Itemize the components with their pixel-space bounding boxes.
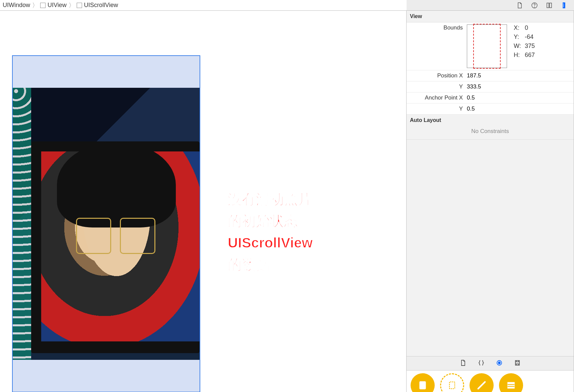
bounds-h-value: 667: [525, 52, 535, 58]
help-icon[interactable]: [531, 2, 538, 9]
file-tab-icon[interactable]: [460, 360, 467, 367]
position-y-value: 333.5: [467, 83, 570, 90]
view-icon: [77, 3, 82, 8]
breadcrumb-item-uiview[interactable]: UIView: [40, 2, 67, 9]
bounds-h-label: H:: [514, 52, 523, 59]
inspector-panel: View Bounds X: 0 Y: -64 W: 375 H: 667 Po…: [407, 11, 574, 392]
braces-tab-icon[interactable]: [478, 360, 485, 367]
position-x-label: Position X: [410, 72, 467, 79]
svg-rect-18: [449, 382, 455, 389]
svg-rect-10: [515, 361, 519, 365]
circle-button-4[interactable]: [499, 373, 523, 392]
svg-rect-19: [508, 382, 514, 388]
film-tab-icon[interactable]: [514, 360, 521, 367]
split-icon[interactable]: [546, 2, 553, 9]
breadcrumb-item-uiscrollview[interactable]: UIScrollView: [77, 2, 118, 9]
circle-button-3[interactable]: [470, 373, 494, 392]
svg-point-9: [498, 362, 500, 364]
annotation-text: 没有滑动照片的初始状态UIScrollView的数据: [228, 188, 318, 275]
circle-button-1[interactable]: [411, 373, 435, 392]
svg-point-1: [534, 7, 535, 7]
anchor-y-value: 0.5: [467, 106, 570, 112]
uiscrollview-frame[interactable]: [12, 55, 200, 392]
bounds-x-value: 0: [525, 24, 528, 31]
position-x-value: 187.5: [467, 72, 570, 79]
svg-rect-17: [420, 382, 426, 389]
canvas-area[interactable]: 没有滑动照片的初始状态UIScrollView的数据: [0, 11, 407, 392]
bounds-label: Bounds: [410, 24, 467, 31]
circle-toolbar: [407, 370, 574, 392]
anchor-x-value: 0.5: [467, 94, 570, 101]
view-icon: [40, 3, 46, 8]
chevron-right-icon: 〉: [32, 1, 38, 9]
ruler-icon[interactable]: [561, 2, 567, 9]
svg-rect-3: [550, 3, 552, 8]
no-constraints-text: No Constraints: [407, 126, 574, 140]
circle-button-2[interactable]: [440, 373, 464, 392]
auto-layout-header: Auto Layout: [407, 115, 574, 126]
inspector-top-toolbar: [407, 0, 574, 11]
bounds-x-label: X:: [514, 24, 523, 31]
file-icon[interactable]: [516, 2, 523, 9]
target-tab-icon[interactable]: [496, 360, 503, 367]
bounds-y-value: -64: [525, 34, 533, 40]
bounds-y-label: Y:: [514, 34, 523, 41]
breadcrumb: UIWindow 〉 UIView 〉 UIScrollView: [0, 0, 407, 11]
inspector-bottom-tabs: [407, 356, 574, 370]
breadcrumb-item-uiwindow[interactable]: UIWindow: [3, 2, 30, 9]
chevron-right-icon: 〉: [69, 1, 75, 9]
position-y-label: Y: [410, 83, 467, 90]
bounds-w-value: 375: [525, 43, 535, 49]
section-header-view: View: [407, 11, 574, 22]
svg-rect-2: [547, 3, 549, 8]
anchor-x-label: Anchor Point X: [410, 94, 467, 101]
bounds-diagram: [467, 24, 507, 68]
anchor-y-label: Y: [410, 106, 467, 112]
photo-content: [13, 88, 200, 360]
bounds-w-label: W:: [514, 43, 523, 50]
